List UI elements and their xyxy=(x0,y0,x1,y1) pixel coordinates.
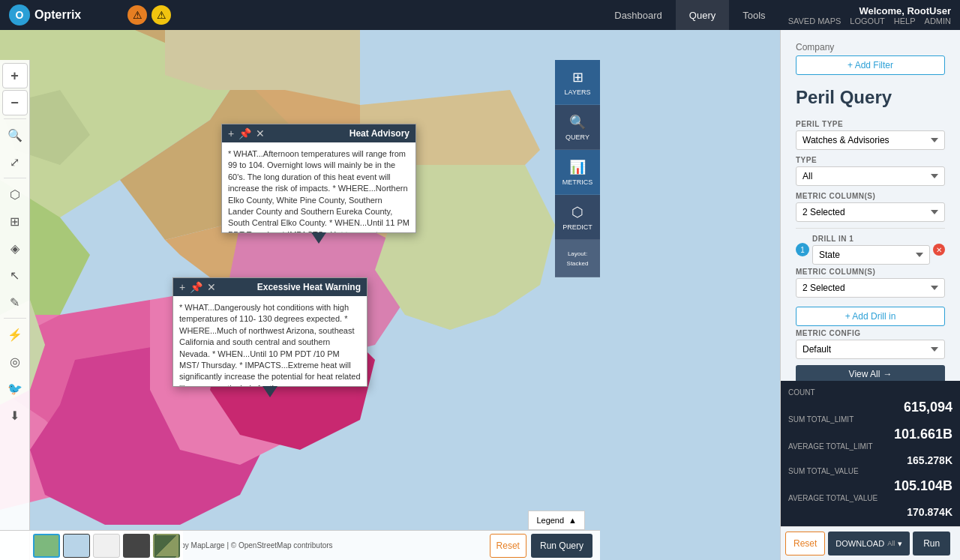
hexagon-tool-button[interactable]: ⬡ xyxy=(2,181,28,207)
nav-alerts: ⚠ ⚠ xyxy=(120,5,178,25)
popup-title-1: Heat Advisory xyxy=(350,128,410,139)
nav-query[interactable]: Query xyxy=(676,0,729,30)
popup-pin-arrow-1 xyxy=(311,232,326,244)
metric-columns-section: METRIC COLUMN(S) 2 Selected xyxy=(796,192,945,222)
predict-sidebar-button[interactable]: ⬡ PREDICT xyxy=(555,195,600,240)
predict-icon: ⬡ xyxy=(572,204,584,220)
sum-value-value-row: 105.104B xyxy=(788,478,952,494)
zoom-out-button[interactable]: − xyxy=(2,90,28,115)
view-all-icon: → xyxy=(883,369,892,379)
layers-label: LAYERS xyxy=(565,88,591,96)
top-nav: O Opterrix ⚠ ⚠ Dashboard Query Tools Wel… xyxy=(0,0,960,30)
basemap-white[interactable] xyxy=(93,534,120,558)
run-right-button[interactable]: Run xyxy=(913,532,950,556)
saved-maps-link[interactable]: SAVED MAPS xyxy=(788,16,842,25)
search-button[interactable]: 🔍 xyxy=(2,122,28,148)
download-sub: All xyxy=(887,540,895,547)
popup-header-1: + 📌 ✕ Heat Advisory xyxy=(222,124,416,142)
peril-query-title-area: Peril Query xyxy=(788,87,952,120)
zoom-in-button[interactable]: + xyxy=(2,63,28,88)
sum-limit-value: 101.661B xyxy=(894,427,952,442)
avg-value-row: AVERAGE TOTAL_VALUE xyxy=(788,494,952,502)
query-label: QUERY xyxy=(566,133,590,141)
map-legend[interactable]: Legend ▲ xyxy=(528,511,585,530)
layers-icon: ⊞ xyxy=(572,69,584,85)
logo: O Opterrix xyxy=(0,4,120,25)
nav-tools[interactable]: Tools xyxy=(729,0,778,30)
drill-remove-button[interactable]: ✕ xyxy=(933,244,945,256)
company-filter: Company xyxy=(788,37,952,52)
popup-body-2: * WHAT...Dangerously hot conditions with… xyxy=(173,296,367,386)
location-button[interactable]: ◎ xyxy=(2,349,28,374)
predict-label: PREDICT xyxy=(562,223,592,231)
reset-right-button[interactable]: Reset xyxy=(785,532,825,556)
reset-map-button[interactable]: Reset xyxy=(490,534,526,558)
metric-config-select[interactable]: Default xyxy=(796,340,945,359)
map-area[interactable]: + − 🔍 ⤢ ⬡ ⊞ ◈ ↖ ✎ ⚡ ◎ 🐦 ⬇ ⊞ LAYERS 🔍 QUE… xyxy=(0,30,780,560)
layout-sidebar-button[interactable]: Layout: Stacked xyxy=(555,240,600,277)
metrics-label: METRICS xyxy=(562,178,593,186)
drill-number: 1 xyxy=(796,243,809,256)
query-icon: 🔍 xyxy=(569,114,586,130)
alert-tool-button[interactable]: ⚡ xyxy=(2,322,28,347)
view-all-button[interactable]: View All → xyxy=(796,365,945,381)
edit-button[interactable]: ✎ xyxy=(2,289,28,315)
count-row: COUNT xyxy=(788,388,952,397)
download-label: DOWNLOAD xyxy=(836,539,884,548)
popup-pin-2[interactable]: 📌 xyxy=(190,281,202,293)
legend-label: Legend xyxy=(536,516,564,525)
peril-type-select[interactable]: Watches & Advisories xyxy=(796,130,945,150)
query-sidebar-button[interactable]: 🔍 QUERY xyxy=(555,105,600,150)
alert-warning-icon[interactable]: ⚠ xyxy=(128,5,147,25)
peril-query-title: Peril Query xyxy=(796,87,945,108)
popup-header-2: + 📌 ✕ Excessive Heat Warning xyxy=(173,278,367,296)
twitter-button[interactable]: 🐦 xyxy=(2,376,28,401)
query-panel: Company + Add Filter Peril Query PERIL T… xyxy=(781,30,960,381)
drill-metric-select[interactable]: 2 Selected xyxy=(796,278,945,298)
alert-caution-icon[interactable]: ⚠ xyxy=(152,5,171,25)
filter-map-button[interactable]: ◈ xyxy=(2,235,28,261)
download-button[interactable]: DOWNLOAD All ▾ xyxy=(828,532,910,556)
drill-in-row: 1 DRILL IN 1 State ✕ xyxy=(796,235,945,265)
metric-columns-label: METRIC COLUMN(S) xyxy=(796,192,945,200)
popup-pin-arrow-2 xyxy=(262,386,278,397)
metrics-icon: 📊 xyxy=(569,159,586,175)
metric-columns-select[interactable]: 2 Selected xyxy=(796,202,945,222)
popup-close-1[interactable]: ✕ xyxy=(256,127,265,139)
layers-sidebar-button[interactable]: ⊞ LAYERS xyxy=(555,60,600,105)
drill-in-select[interactable]: State xyxy=(812,245,930,265)
help-link[interactable]: HELP xyxy=(894,16,916,25)
popup-close-2[interactable]: ✕ xyxy=(207,281,216,293)
popup-pin-1[interactable]: 📌 xyxy=(238,127,251,139)
basemap-dark[interactable] xyxy=(123,534,150,558)
avg-limit-row: AVERAGE TOTAL_LIMIT xyxy=(788,442,952,451)
download-chevron: ▾ xyxy=(898,539,902,549)
metrics-sidebar-button[interactable]: 📊 METRICS xyxy=(555,150,600,195)
layers-tool-button[interactable]: ⊞ xyxy=(2,208,28,234)
basemap-blue[interactable] xyxy=(63,534,90,558)
popup-body-1: * WHAT...Afternoon temperatures will ran… xyxy=(222,142,416,232)
popup-add-2[interactable]: + xyxy=(179,281,185,293)
download-map-button[interactable]: ⬇ xyxy=(2,403,28,428)
basemap-switcher xyxy=(30,530,183,560)
logout-link[interactable]: LOGOUT xyxy=(850,16,884,25)
add-filter-area: + Add Filter xyxy=(788,52,952,87)
extent-button[interactable]: ⤢ xyxy=(2,149,28,175)
popup-add-1[interactable]: + xyxy=(228,127,234,139)
run-query-map-button[interactable]: Run Query xyxy=(531,534,592,558)
basemap-satellite[interactable] xyxy=(153,534,180,558)
count-label: COUNT xyxy=(788,388,815,397)
sum-limit-value-row: 101.661B xyxy=(788,427,952,442)
basemap-green[interactable] xyxy=(33,534,60,558)
view-all-label: View All xyxy=(849,369,880,379)
nav-dashboard[interactable]: Dashboard xyxy=(601,0,676,30)
legend-icon: ▲ xyxy=(568,516,577,525)
add-drill-button[interactable]: + Add Drill in xyxy=(796,307,945,326)
admin-link[interactable]: ADMIN xyxy=(925,16,951,25)
layout-value: Stacked xyxy=(567,260,589,267)
sum-limit-row: SUM TOTAL_LIMIT xyxy=(788,415,952,424)
totals-section: COUNT 615,094 SUM TOTAL_LIMIT 101.661B A… xyxy=(781,381,960,526)
add-filter-button[interactable]: + Add Filter xyxy=(796,55,945,75)
type-select[interactable]: All xyxy=(796,166,945,186)
select-button[interactable]: ↖ xyxy=(2,262,28,288)
